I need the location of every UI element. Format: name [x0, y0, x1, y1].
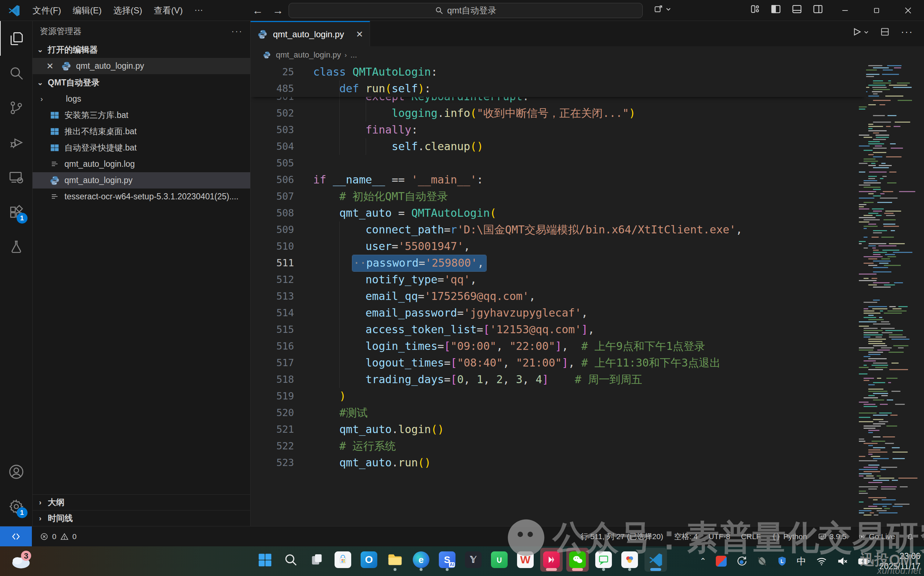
code-area[interactable]: 501except KeyboardInterrupt:502logging.i…	[250, 64, 924, 527]
code-line-515[interactable]: 515access_token_list=['12153@qq.com'],	[250, 321, 866, 338]
battery-icon[interactable]	[858, 555, 870, 567]
code-line-504[interactable]: 504self.cleanup()	[250, 138, 866, 155]
code-line-503[interactable]: 503finally:	[250, 122, 866, 138]
source-control-icon[interactable]	[0, 90, 32, 125]
taskbar-colorful-icon[interactable]	[618, 548, 641, 572]
back-arrow-icon[interactable]: ←	[252, 4, 263, 17]
forward-arrow-icon[interactable]: →	[273, 4, 284, 17]
tray-expand-icon[interactable]: ⌃	[699, 557, 706, 566]
code-line-513[interactable]: 513email_qq='1752569@qq.com',	[250, 288, 866, 305]
code-line-514[interactable]: 514email_password='jgyhavzupyglecaf',	[250, 305, 866, 321]
code-line-25[interactable]: 25class QMTAutoLogin:	[250, 64, 866, 80]
status--4[interactable]: 空格: 4	[674, 531, 698, 542]
run-debug-icon[interactable]	[0, 125, 32, 160]
code-line-521[interactable]: 521qmt_auto.login()	[250, 421, 866, 438]
code-line-517[interactable]: 517logout_times=["08:40", "21:00"], # 上午…	[250, 355, 866, 371]
customize-layout-icon[interactable]	[750, 4, 760, 14]
command-center-search[interactable]: qmt自动登录	[289, 3, 643, 18]
code-line-520[interactable]: 520#测试	[250, 405, 866, 421]
more-actions-icon[interactable]: ···	[901, 26, 913, 38]
tab-close-icon[interactable]: ✕	[356, 29, 363, 40]
toggle-secondary-sidebar-icon[interactable]	[812, 3, 823, 14]
timeline-section[interactable]: › 时间线	[32, 510, 250, 526]
problems-status[interactable]: 0 0	[40, 532, 76, 541]
status--511-27-20-[interactable]: 行 511, 列 27 (已选择20)	[581, 531, 663, 542]
code-line-522[interactable]: 522# 运行系统	[250, 438, 866, 454]
sync-tray-icon[interactable]	[736, 556, 747, 566]
status-crlf[interactable]: CRLF	[741, 532, 761, 541]
taskbar-explorer-icon[interactable]	[384, 548, 406, 572]
menu-f[interactable]: 文件(F)	[27, 3, 67, 18]
code-line-518[interactable]: 518trading_days=[0, 1, 2, 3, 4] # 周一到周五	[250, 371, 866, 388]
maximize-button[interactable]	[861, 0, 892, 21]
run-python-button[interactable]	[851, 26, 869, 37]
status-python[interactable]: {}Python	[772, 532, 807, 541]
remote-explorer-icon[interactable]	[0, 160, 32, 195]
file-row[interactable]: 推出不结束桌面.bat	[32, 123, 250, 140]
remote-indicator[interactable]	[0, 526, 32, 547]
breadcrumb[interactable]: qmt_auto_login.py › ...	[250, 46, 924, 64]
sidebar-more-icon[interactable]: ···	[231, 26, 243, 36]
status-go-live[interactable]: Go Live	[857, 532, 895, 541]
menu-e[interactable]: 编辑(E)	[67, 3, 107, 18]
code-line-506[interactable]: 506if __name__ == '__main__':	[250, 171, 866, 188]
workspace-header[interactable]: ⌄ QMT自动登录	[32, 74, 250, 91]
taskbar-clock[interactable]: 23:06 2025/11/17	[879, 551, 921, 571]
taskbar-edge-icon[interactable]: e	[410, 548, 432, 572]
weather-widget[interactable]: 3	[10, 549, 39, 573]
file-row[interactable]: tesseract-ocr-w64-setup-5.3.1.20230401(2…	[32, 189, 250, 205]
taskbar-wechat-icon[interactable]	[566, 548, 589, 572]
open-editor-item[interactable]: ✕qmt_auto_login.py	[32, 58, 250, 74]
open-editors-header[interactable]: ⌄ 打开的编辑器	[32, 41, 250, 58]
taskbar-store-icon[interactable]	[332, 548, 354, 572]
taskbar-game-icon[interactable]: 𝕐	[462, 548, 484, 572]
taskbar-search-icon[interactable]	[279, 548, 302, 572]
taskbar-chat-green-icon[interactable]	[592, 548, 615, 572]
file-row[interactable]: 安装第三方库.bat	[32, 107, 250, 123]
taskbar-taskview-icon[interactable]	[306, 548, 328, 572]
search-view-icon[interactable]	[0, 56, 32, 90]
status-3-9-5[interactable]: 3.9.5	[818, 532, 847, 541]
taskbar-outlook-icon[interactable]: O	[358, 548, 380, 572]
taskbar-pink-media-icon[interactable]	[540, 548, 563, 572]
explorer-icon[interactable]	[0, 21, 32, 56]
ime-indicator[interactable]: 中	[797, 555, 806, 568]
file-row[interactable]: qmt_auto_login.log	[32, 156, 250, 172]
menu-[interactable]: ···	[189, 3, 209, 18]
taskbar-vscode-icon[interactable]	[645, 548, 667, 572]
code-line-502[interactable]: 502logging.info("收到中断信号，正在关闭...")	[250, 105, 866, 122]
extensions-icon[interactable]: 1	[0, 195, 32, 229]
taskbar-wps-icon[interactable]: W	[514, 548, 537, 572]
code-line-508[interactable]: 508qmt_auto = QMTAutoLogin(	[250, 205, 866, 221]
wps-tray-icon[interactable]	[716, 556, 727, 566]
code-line-507[interactable]: 507# 初始化QMT自动登录	[250, 188, 866, 205]
close-button[interactable]	[892, 0, 924, 21]
code-line-510[interactable]: 510user='55001947',	[250, 238, 866, 255]
status-bell[interactable]	[906, 532, 914, 541]
code-line-519[interactable]: 519)	[250, 388, 866, 405]
code-line-511[interactable]: 511··password='259800',	[250, 255, 866, 271]
code-line-516[interactable]: 516login_times=["09:00", "22:00"], # 上午9…	[250, 338, 866, 355]
close-editor-icon[interactable]: ✕	[47, 61, 56, 71]
folder-row[interactable]: ›logs	[32, 91, 250, 107]
file-row[interactable]: qmt_auto_login.py	[32, 172, 250, 189]
tab-qmt-auto-login[interactable]: qmt_auto_login.py ✕	[250, 21, 370, 46]
code-line-512[interactable]: 512notify_type='qq',	[250, 271, 866, 288]
code-line-485[interactable]: 485def run(self):	[250, 80, 866, 97]
shield-tray-icon[interactable]: L	[776, 556, 788, 566]
file-row[interactable]: 自动登录快捷键.bat	[32, 140, 250, 156]
share-window-icon[interactable]	[654, 4, 671, 14]
minimize-button[interactable]	[829, 0, 861, 21]
status-utf-8[interactable]: UTF-8	[709, 532, 730, 541]
toggle-sidebar-icon[interactable]	[770, 3, 781, 14]
taskbar-quark-ai-icon[interactable]: SAI	[436, 548, 459, 572]
wifi-icon[interactable]	[816, 555, 827, 567]
menu-v[interactable]: 查看(V)	[148, 3, 189, 18]
code-line-505[interactable]: 505	[250, 155, 866, 171]
toggle-panel-icon[interactable]	[791, 3, 802, 14]
taskbar-green-bag-icon[interactable]: ∪	[488, 548, 510, 572]
settings-gear-icon[interactable]: 1	[0, 489, 32, 524]
outline-section[interactable]: › 大纲	[32, 494, 250, 510]
testing-icon[interactable]	[0, 229, 32, 264]
leaf-tray-icon[interactable]	[756, 556, 767, 566]
